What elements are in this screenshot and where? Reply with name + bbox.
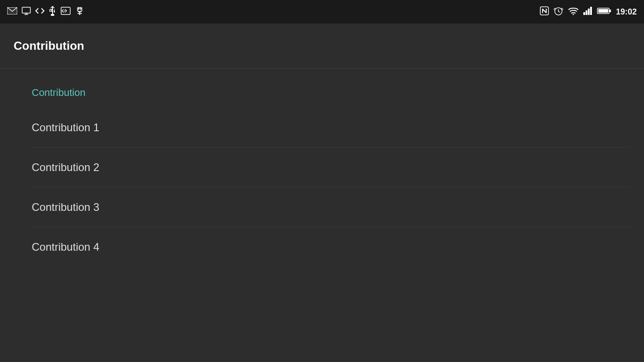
- monitor-icon: [22, 7, 31, 17]
- svg-rect-30: [598, 9, 608, 13]
- list-item[interactable]: Contribution 2: [0, 148, 644, 187]
- usb-icon: [49, 6, 56, 18]
- svg-rect-25: [583, 12, 585, 15]
- list-item[interactable]: Contribution 4: [0, 227, 644, 267]
- svg-point-24: [572, 14, 574, 15]
- svg-rect-27: [588, 9, 590, 15]
- list-item[interactable]: Contribution 1: [0, 108, 644, 148]
- svg-rect-26: [586, 10, 587, 15]
- svg-rect-28: [590, 7, 592, 15]
- category-header: Contribution: [0, 78, 644, 108]
- app-bar: Contribution: [0, 24, 644, 69]
- status-bar-left-icons: [7, 6, 84, 18]
- gmail-icon: [7, 7, 17, 17]
- svg-line-12: [64, 10, 65, 12]
- battery-icon: [597, 7, 611, 17]
- status-bar-right-icons: 19:02: [540, 6, 637, 18]
- svg-line-23: [558, 11, 560, 12]
- alarm-icon: [553, 6, 563, 18]
- bug-icon: [75, 6, 84, 18]
- svg-point-10: [54, 11, 55, 12]
- svg-rect-31: [609, 10, 611, 12]
- status-time: 19:02: [616, 7, 637, 17]
- signal-icon: [583, 7, 592, 17]
- wifi-icon: [568, 7, 579, 17]
- code2-icon: [61, 7, 71, 17]
- svg-rect-8: [50, 10, 52, 11]
- svg-rect-7: [51, 14, 54, 16]
- code-icon: [35, 7, 44, 17]
- app-bar-title: Contribution: [14, 39, 84, 53]
- content-area: Contribution Contribution 1 Contribution…: [0, 69, 644, 276]
- svg-rect-2: [22, 7, 30, 13]
- status-bar: 19:02: [0, 0, 644, 24]
- nfc-icon: [540, 6, 549, 18]
- list-item[interactable]: Contribution 3: [0, 187, 644, 227]
